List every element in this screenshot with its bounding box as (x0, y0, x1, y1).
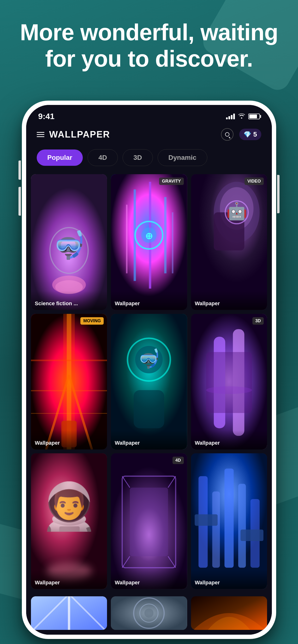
partial-row (26, 596, 272, 635)
wallpaper-name-3: Wallpaper (195, 300, 220, 306)
wallpaper-label-7: Wallpaper (31, 570, 107, 589)
tab-dynamic[interactable]: Dynamic (158, 149, 207, 166)
status-icons (226, 112, 260, 120)
moving-badge: MOVING (80, 317, 104, 325)
wallpaper-label-3: Wallpaper (191, 291, 267, 310)
filter-tabs: Popular 4D 3D Dynamic (26, 146, 272, 172)
svg-text:🤿: 🤿 (52, 229, 86, 261)
svg-rect-34 (134, 390, 164, 428)
gravity-badge: GRAVITY (159, 178, 184, 185)
gem-icon: 💎 (244, 131, 251, 138)
tab-4d[interactable]: 4D (88, 149, 118, 166)
power-button (277, 175, 279, 213)
svg-rect-11 (172, 212, 173, 273)
search-icon (225, 132, 229, 136)
wallpaper-item-7[interactable]: 👨‍🚀 Wallpaper (31, 453, 107, 589)
wallpaper-item-5[interactable]: 🤿 Wallpaper (111, 314, 187, 450)
svg-text:👨‍🚀: 👨‍🚀 (41, 480, 98, 534)
svg-point-65 (144, 608, 154, 618)
wallpaper-grid: 🤿 Science fiction ... (26, 172, 272, 596)
wallpaper-name-4: Wallpaper (35, 440, 60, 446)
hero-heading: More wonderful, waiting for you to disco… (19, 19, 279, 72)
menu-button[interactable] (37, 132, 44, 137)
app-header: WALLPAPER 💎 5 (26, 124, 272, 146)
svg-text:🤖: 🤖 (226, 201, 247, 221)
svg-rect-9 (164, 197, 167, 273)
svg-rect-27 (31, 360, 107, 361)
wallpaper-label-4: Wallpaper (31, 430, 107, 450)
wallpaper-item-2[interactable]: ⊕ GRAVITY Wallpaper (111, 174, 187, 310)
svg-rect-54 (238, 484, 246, 568)
wallpaper-label-1: Science fiction ... (31, 291, 107, 310)
wallpaper-name-7: Wallpaper (35, 580, 60, 586)
hero-section: More wonderful, waiting for you to disco… (0, 19, 298, 72)
status-bar: 9:41 (26, 105, 272, 124)
phone-mockup: 9:41 (22, 100, 276, 639)
phone-screen: 9:41 (26, 105, 272, 635)
gems-count: 5 (253, 130, 257, 138)
svg-rect-57 (240, 530, 263, 541)
wallpaper-name-2: Wallpaper (115, 300, 140, 306)
svg-text:⊕: ⊕ (145, 231, 153, 241)
wallpaper-item-4[interactable]: MOVING Wallpaper (31, 314, 107, 450)
svg-rect-28 (31, 390, 107, 391)
wallpaper-name-6: Wallpaper (195, 440, 220, 446)
tab-3d[interactable]: 3D (123, 149, 153, 166)
4d-badge: 4D (173, 457, 184, 464)
wallpaper-label-5: Wallpaper (111, 430, 187, 450)
wallpaper-item-1[interactable]: 🤿 Science fiction ... (31, 174, 107, 310)
partial-wallpaper-2[interactable] (111, 596, 187, 630)
svg-rect-45 (130, 488, 168, 556)
wifi-icon (238, 112, 245, 120)
app-title: WALLPAPER (49, 130, 216, 140)
svg-rect-53 (224, 468, 233, 568)
phone-frame: 9:41 (22, 100, 276, 639)
wallpaper-item-6[interactable]: 3D Wallpaper (191, 314, 267, 450)
wallpaper-item-3[interactable]: 🤖 VIDEO Wallpaper (191, 174, 267, 310)
header-actions: 💎 5 (221, 128, 261, 141)
wallpaper-item-8[interactable]: 4D Wallpaper (111, 453, 187, 589)
volume-down-button (19, 187, 21, 216)
wallpaper-label-2: Wallpaper (111, 291, 187, 310)
video-badge: VIDEO (244, 178, 264, 185)
svg-text:🤿: 🤿 (137, 348, 161, 370)
wallpaper-name-9: Wallpaper (195, 580, 220, 586)
status-time: 9:41 (38, 112, 54, 121)
svg-rect-29 (31, 413, 107, 414)
svg-rect-52 (212, 492, 220, 568)
gems-badge[interactable]: 💎 5 (239, 129, 261, 140)
volume-up-button (19, 160, 21, 180)
wallpaper-label-8: Wallpaper (111, 570, 187, 589)
wallpaper-label-6: Wallpaper (191, 430, 267, 450)
svg-rect-39 (206, 352, 252, 413)
3d-badge: 3D (252, 317, 264, 325)
svg-rect-56 (195, 514, 218, 526)
wallpaper-item-9[interactable]: Wallpaper (191, 453, 267, 589)
search-button[interactable] (221, 128, 233, 141)
tab-popular[interactable]: Popular (37, 150, 83, 166)
wallpaper-name-5: Wallpaper (115, 440, 140, 446)
partial-wallpaper-3[interactable] (191, 596, 267, 630)
wallpaper-label-9: Wallpaper (191, 570, 267, 589)
wallpaper-name-1: Science fiction ... (35, 300, 78, 306)
wallpaper-name-8: Wallpaper (115, 580, 140, 586)
battery-icon (248, 114, 260, 119)
svg-rect-10 (126, 204, 127, 273)
signal-icon (226, 114, 235, 119)
partial-wallpaper-1[interactable] (31, 596, 107, 630)
